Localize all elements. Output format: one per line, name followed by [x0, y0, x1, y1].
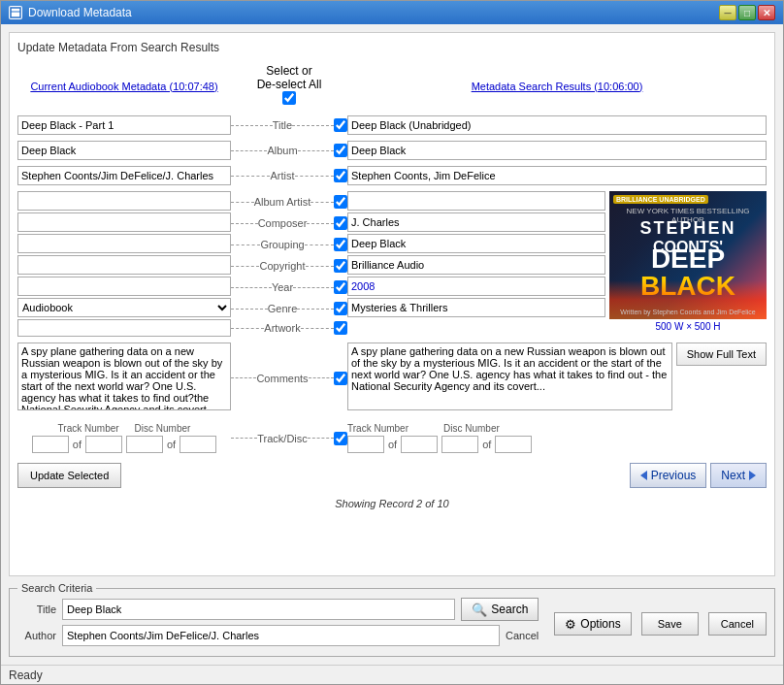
year-checkbox[interactable]	[334, 280, 347, 294]
artwork-coauthor: Written by Stephen Coonts and Jim DeFeli…	[609, 309, 767, 315]
genre-right-input[interactable]	[347, 298, 605, 317]
search-criteria-legend: Search Criteria	[17, 582, 96, 594]
cancel-search-link[interactable]: Cancel	[506, 630, 539, 641]
minimize-button[interactable]: ─	[719, 5, 736, 20]
search-label-text: Search	[491, 603, 528, 616]
title-checkbox[interactable]	[334, 118, 347, 132]
previous-button[interactable]: Previous	[630, 463, 707, 488]
track-right-input[interactable]	[347, 436, 384, 453]
save-button[interactable]: Save	[641, 612, 699, 636]
next-button[interactable]: Next	[710, 463, 767, 488]
album-artist-checkbox[interactable]	[334, 195, 347, 209]
grouping-right-input[interactable]	[347, 234, 605, 253]
record-info: Showing Record 2 of 10	[17, 498, 767, 509]
grouping-label: Grouping	[260, 239, 304, 250]
genre-left-select[interactable]: Audiobook	[17, 298, 231, 317]
copyright-left-input[interactable]	[17, 255, 231, 275]
comments-right-textarea[interactable]: A spy plane gathering data on a new Russ…	[347, 342, 672, 410]
artwork-left-placeholder	[17, 319, 231, 337]
middle-labels: Album Artist Composer Grouping	[231, 191, 347, 337]
album-artist-label: Album Artist	[254, 196, 311, 208]
composer-checkbox[interactable]	[334, 216, 347, 230]
title-search-row: Title 🔍 Search	[17, 598, 539, 621]
album-right-input[interactable]	[347, 141, 767, 160]
options-button[interactable]: ⚙ Options	[554, 612, 631, 636]
bottom-right-buttons: ⚙ Options Save Cancel	[554, 612, 767, 636]
title-bar: Download Metadata ─ □ ✕	[1, 1, 783, 24]
track-of-right: of	[388, 439, 397, 450]
close-button[interactable]: ✕	[758, 5, 775, 20]
title-left-input[interactable]	[17, 115, 231, 135]
main-window: Download Metadata ─ □ ✕ Update Metadata …	[0, 0, 784, 685]
comments-label: Comments	[256, 373, 308, 384]
album-checkbox[interactable]	[334, 144, 347, 157]
comments-left-textarea[interactable]: A spy plane gathering data on a new Russ…	[17, 342, 231, 410]
disc-right-input[interactable]	[441, 436, 478, 453]
next-label: Next	[721, 469, 745, 482]
gear-icon: ⚙	[565, 617, 576, 632]
year-left-input[interactable]	[17, 277, 231, 296]
track-disc-checkbox[interactable]	[334, 432, 347, 445]
genre-checkbox[interactable]	[334, 302, 347, 315]
track-number-left-label: Track Number	[58, 423, 119, 434]
album-row: Album	[17, 141, 767, 160]
disc-left-input[interactable]	[126, 436, 163, 453]
metadata-area: Update Metadata From Search Results Curr…	[9, 32, 775, 576]
track-left-input[interactable]	[32, 436, 69, 453]
composer-label: Composer	[258, 217, 308, 229]
left-column-header[interactable]: Current Audiobook Metadata (10:07:48)	[30, 81, 217, 92]
right-column-header[interactable]: Metadata Search Results (10:06:00)	[472, 81, 643, 92]
copyright-label: Copyright	[259, 260, 305, 272]
status-bar: Ready	[1, 665, 783, 684]
grouping-checkbox[interactable]	[334, 238, 347, 251]
artist-left-input[interactable]	[17, 166, 231, 185]
select-deselect-all-checkbox[interactable]	[282, 91, 296, 105]
track-of-right-input[interactable]	[401, 436, 438, 453]
left-stacked-inputs: Audiobook	[17, 191, 231, 337]
disc-number-left-label: Disc Number	[135, 423, 191, 434]
svg-rect-0	[11, 8, 20, 17]
update-selected-button[interactable]: Update Selected	[17, 463, 121, 488]
disc-of-right: of	[482, 439, 491, 450]
options-label: Options	[580, 617, 620, 631]
window-icon	[9, 6, 22, 19]
next-arrow-icon	[749, 471, 756, 480]
title-search-input[interactable]	[62, 599, 455, 620]
cancel-button[interactable]: Cancel	[708, 612, 767, 636]
columns-header: Current Audiobook Metadata (10:07:48) Se…	[17, 64, 767, 108]
artist-checkbox[interactable]	[334, 169, 347, 182]
artwork-image: BRILLIANCE UNABRIDGED NEW YORK TIMES BES…	[609, 191, 767, 319]
artist-right-input[interactable]	[347, 166, 767, 185]
section-title: Update Metadata From Search Results	[17, 41, 767, 54]
window-title: Download Metadata	[28, 6, 132, 19]
composer-left-input[interactable]	[17, 212, 231, 232]
disc-of-left: of	[167, 439, 176, 450]
disc-of-left-input[interactable]	[180, 436, 216, 453]
search-button[interactable]: 🔍 Search	[461, 598, 539, 621]
select-deselect-label: Select or	[266, 64, 311, 78]
show-full-text-button[interactable]: Show Full Text	[676, 342, 767, 366]
disc-of-right-input[interactable]	[495, 436, 532, 453]
copyright-right-input[interactable]	[347, 255, 605, 275]
track-number-right-label: Track Number	[347, 423, 408, 434]
author-search-row: Author Cancel	[17, 625, 539, 646]
artwork-container: BRILLIANCE UNABRIDGED NEW YORK TIMES BES…	[609, 191, 767, 334]
comments-checkbox[interactable]	[334, 372, 347, 385]
track-of-left-input[interactable]	[85, 436, 122, 453]
maximize-button[interactable]: □	[738, 5, 756, 20]
copyright-checkbox[interactable]	[334, 259, 347, 273]
artwork-checkbox[interactable]	[334, 321, 347, 335]
album-left-input[interactable]	[17, 141, 231, 160]
album-artist-left-input[interactable]	[17, 191, 231, 211]
year-right-input[interactable]	[347, 277, 605, 296]
album-artist-right-input[interactable]	[347, 191, 605, 211]
author-search-input[interactable]	[62, 625, 500, 646]
artwork-size-text: 500 W × 500 H	[609, 319, 767, 334]
title-right-input[interactable]	[347, 115, 767, 135]
composer-right-input[interactable]	[347, 212, 605, 232]
artwork-stacked-section: Audiobook Album Artist	[17, 191, 767, 337]
artist-label: Artist	[270, 170, 294, 181]
main-content: Update Metadata From Search Results Curr…	[1, 24, 783, 665]
title-label: Title	[273, 119, 292, 131]
grouping-left-input[interactable]	[17, 234, 231, 253]
